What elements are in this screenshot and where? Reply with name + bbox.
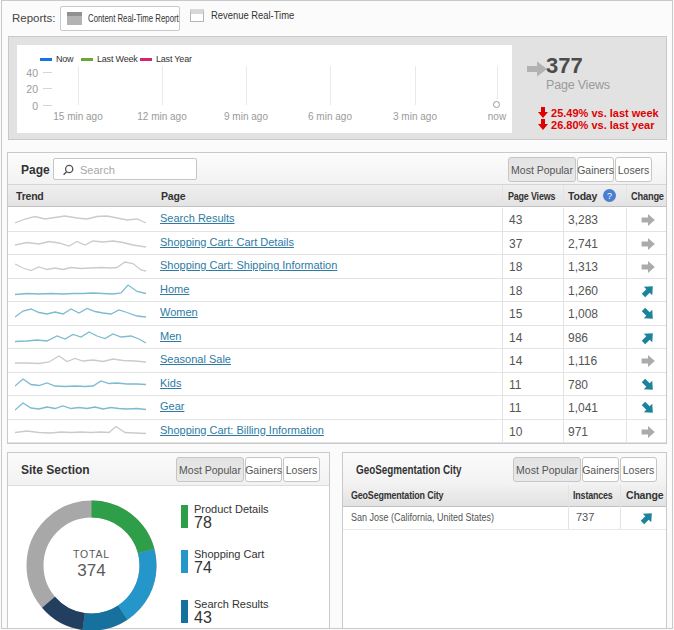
svg-text:374: 374: [77, 561, 105, 580]
svg-text:TOTAL: TOTAL: [73, 548, 110, 560]
svg-text:?: ?: [607, 191, 612, 201]
